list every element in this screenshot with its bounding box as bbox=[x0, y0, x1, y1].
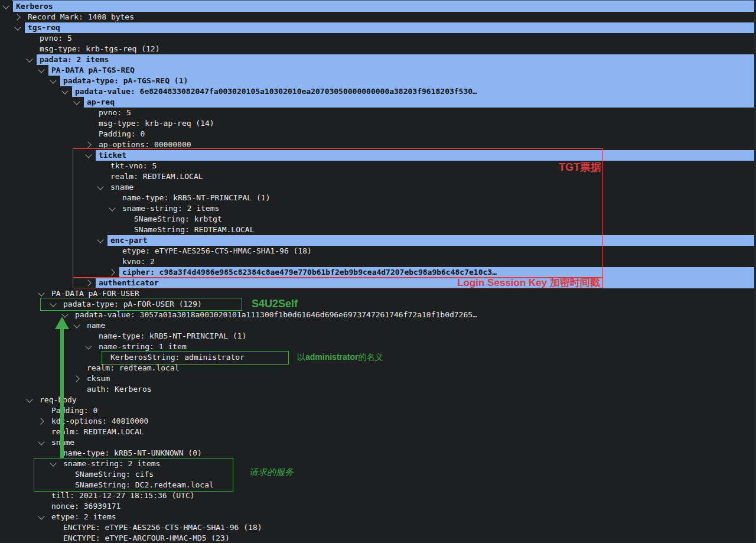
chevron-right-icon[interactable] bbox=[12, 12, 25, 22]
tree-row[interactable]: SNameString: REDTEAM.LOCAL bbox=[0, 225, 756, 235]
tree-row-label: name-type: kRB5-NT-UNKNOWN (0) bbox=[60, 448, 756, 459]
indent-spacer bbox=[0, 373, 71, 384]
tree-row[interactable]: till: 2021-12-27 18:15:36 (UTC) bbox=[0, 490, 756, 501]
tree-row-label: name bbox=[84, 320, 756, 331]
chevron-down-icon[interactable] bbox=[59, 310, 72, 320]
tree-row[interactable]: name bbox=[0, 320, 756, 331]
tree-row-label: kvno: 2 bbox=[119, 256, 756, 267]
tree-row-label: msg-type: krb-ap-req (14) bbox=[96, 118, 756, 129]
chevron-placeholder bbox=[94, 352, 107, 363]
tree-row[interactable]: msg-type: krb-ap-req (14) bbox=[0, 118, 756, 129]
tree-row[interactable]: realm: REDTEAM.LOCAL bbox=[0, 427, 756, 437]
tree-row[interactable]: padata-type: pA-FOR-USER (129) bbox=[0, 299, 756, 310]
tree-row[interactable]: ap-options: 00000000 bbox=[0, 139, 756, 150]
tree-row[interactable]: padata-value: 6e8204833082047fa003020105… bbox=[0, 86, 756, 97]
tree-row[interactable]: Record Mark: 1408 bytes bbox=[0, 12, 756, 22]
tree-row[interactable]: tkt-vno: 5 bbox=[0, 161, 756, 171]
chevron-down-icon[interactable] bbox=[106, 203, 119, 214]
chevron-down-icon[interactable] bbox=[0, 1, 13, 12]
indent-spacer bbox=[0, 395, 24, 405]
tree-row-label: realm: REDTEAM.LOCAL bbox=[48, 427, 756, 437]
tree-row[interactable]: ENCTYPE: eTYPE-ARCFOUR-HMAC-MD5 (23) bbox=[0, 533, 756, 543]
tree-row[interactable]: name-type: kRB5-NT-PRINCIPAL (1) bbox=[0, 193, 756, 203]
tree-row[interactable]: ticket bbox=[0, 150, 756, 161]
tree-row[interactable]: SNameString: krbtgt bbox=[0, 214, 756, 225]
chevron-right-icon[interactable] bbox=[83, 278, 96, 288]
tree-row[interactable]: SNameString: cifs bbox=[0, 469, 756, 480]
tree-row[interactable]: Kerberos bbox=[0, 1, 756, 12]
tree-row-label: realm: REDTEAM.LOCAL bbox=[107, 171, 756, 182]
tree-row[interactable]: sname bbox=[0, 437, 756, 448]
chevron-down-icon[interactable] bbox=[94, 235, 107, 246]
tree-row-label: Padding: 0 bbox=[96, 129, 756, 139]
tree-row[interactable]: name-string: 1 item bbox=[0, 342, 756, 352]
chevron-down-icon[interactable] bbox=[24, 395, 37, 405]
chevron-placeholder bbox=[83, 331, 96, 342]
tree-row[interactable]: tgs-req bbox=[0, 22, 756, 33]
tree-row[interactable]: msg-type: krb-tgs-req (12) bbox=[0, 44, 756, 54]
tree-row[interactable]: padata-value: 3057a01a3018a003020101a111… bbox=[0, 310, 756, 320]
chevron-down-icon[interactable] bbox=[35, 437, 48, 448]
chevron-placeholder bbox=[118, 225, 131, 235]
tree-row[interactable]: sname bbox=[0, 182, 756, 193]
chevron-down-icon[interactable] bbox=[47, 76, 60, 86]
chevron-placeholder bbox=[47, 522, 60, 533]
tree-row[interactable]: ENCTYPE: eTYPE-AES256-CTS-HMAC-SHA1-96 (… bbox=[0, 522, 756, 533]
tree-row-label: SNameString: cifs bbox=[72, 469, 756, 480]
tree-row[interactable]: realm: redteam.local bbox=[0, 363, 756, 373]
chevron-down-icon[interactable] bbox=[59, 86, 72, 97]
tree-row[interactable]: padata-type: pA-TGS-REQ (1) bbox=[0, 76, 756, 86]
tree-row[interactable]: auth: Kerberos bbox=[0, 384, 756, 395]
chevron-down-icon[interactable] bbox=[35, 288, 48, 299]
chevron-down-icon[interactable] bbox=[12, 22, 25, 33]
tree-row[interactable]: cipher: c98a3f4d4986e985c82384c8ae479e77… bbox=[0, 267, 756, 278]
indent-spacer bbox=[0, 12, 12, 22]
tree-row[interactable]: KerberosString: administrator bbox=[0, 352, 756, 363]
indent-spacer bbox=[0, 288, 35, 299]
tree-row[interactable]: padata: 2 items bbox=[0, 54, 756, 65]
chevron-down-icon[interactable] bbox=[71, 97, 84, 108]
tree-row[interactable]: req-body bbox=[0, 395, 756, 405]
chevron-down-icon[interactable] bbox=[35, 512, 48, 522]
indent-spacer bbox=[0, 33, 24, 44]
chevron-down-icon[interactable] bbox=[94, 182, 107, 193]
tree-row[interactable]: pvno: 5 bbox=[0, 108, 756, 118]
tree-row[interactable]: kdc-options: 40810000 bbox=[0, 416, 756, 427]
chevron-down-icon[interactable] bbox=[47, 299, 60, 310]
tree-row-label: tkt-vno: 5 bbox=[107, 161, 756, 171]
tree-row[interactable]: Padding: 0 bbox=[0, 405, 756, 416]
tree-row[interactable]: etype: 2 items bbox=[0, 512, 756, 522]
chevron-down-icon[interactable] bbox=[24, 54, 37, 65]
tree-row[interactable]: name-type: kRB5-NT-PRINCIPAL (1) bbox=[0, 331, 756, 342]
chevron-down-icon[interactable] bbox=[47, 459, 60, 469]
tree-row[interactable]: authenticator bbox=[0, 278, 756, 288]
chevron-down-icon[interactable] bbox=[83, 150, 96, 161]
chevron-right-icon[interactable] bbox=[35, 416, 48, 427]
tree-row[interactable]: kvno: 2 bbox=[0, 256, 756, 267]
tree-row-label: kdc-options: 40810000 bbox=[48, 416, 756, 427]
tree-row[interactable]: PA-DATA pA-FOR-USER bbox=[0, 288, 756, 299]
tree-row[interactable]: ap-req bbox=[0, 97, 756, 108]
tree-row[interactable]: sname-string: 2 items bbox=[0, 203, 756, 214]
indent-spacer bbox=[0, 490, 35, 501]
chevron-down-icon[interactable] bbox=[83, 342, 96, 352]
tree-row[interactable]: name-type: kRB5-NT-UNKNOWN (0) bbox=[0, 448, 756, 459]
tree-row[interactable]: nonce: 36939171 bbox=[0, 501, 756, 512]
tree-row[interactable]: sname-string: 2 items bbox=[0, 459, 756, 469]
tree-row[interactable]: etype: eTYPE-AES256-CTS-HMAC-SHA1-96 (18… bbox=[0, 246, 756, 256]
indent-spacer bbox=[0, 352, 94, 363]
tree-row[interactable]: SNameString: DC2.redteam.local bbox=[0, 480, 756, 490]
indent-spacer bbox=[0, 86, 59, 97]
tree-row[interactable]: cksum bbox=[0, 373, 756, 384]
chevron-right-icon[interactable] bbox=[83, 139, 96, 150]
chevron-down-icon[interactable] bbox=[71, 320, 84, 331]
chevron-down-icon[interactable] bbox=[35, 65, 48, 76]
tree-row[interactable]: realm: REDTEAM.LOCAL bbox=[0, 171, 756, 182]
chevron-right-icon[interactable] bbox=[71, 373, 84, 384]
tree-row[interactable]: PA-DATA pA-TGS-REQ bbox=[0, 65, 756, 76]
tree-row[interactable]: enc-part bbox=[0, 235, 756, 246]
tree-row-label: sname bbox=[107, 182, 756, 193]
chevron-right-icon[interactable] bbox=[106, 267, 119, 278]
tree-row[interactable]: Padding: 0 bbox=[0, 129, 756, 139]
tree-row[interactable]: pvno: 5 bbox=[0, 33, 756, 44]
